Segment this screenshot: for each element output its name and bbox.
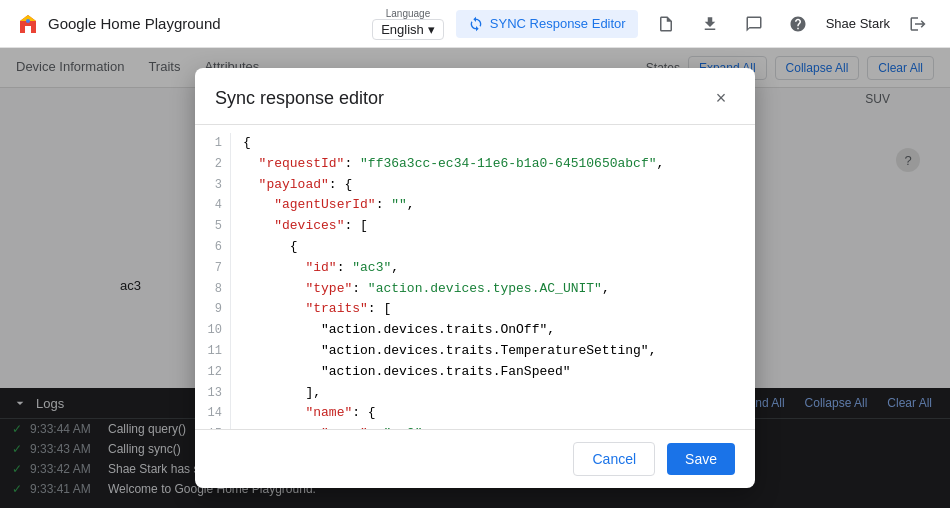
modal-footer: Cancel Save (195, 429, 755, 488)
modal-title: Sync response editor (215, 88, 384, 109)
svg-point-0 (26, 19, 30, 23)
language-dropdown[interactable]: English ▾ (372, 19, 444, 40)
sync-icon (468, 16, 484, 32)
google-home-icon (16, 12, 40, 36)
language-value: English (381, 22, 424, 37)
upload-icon[interactable] (650, 8, 682, 40)
code-line: "agentUserId": "", (243, 195, 743, 216)
cancel-button[interactable]: Cancel (573, 442, 655, 476)
code-line: "payload": { (243, 175, 743, 196)
code-line: "requestId": "ff36a3cc-ec34-11e6-b1a0-64… (243, 154, 743, 175)
sync-btn-label: SYNC Response Editor (490, 16, 626, 31)
help-icon[interactable] (782, 8, 814, 40)
code-line: "devices": [ (243, 216, 743, 237)
code-line: "id": "ac3", (243, 258, 743, 279)
code-line: "action.devices.traits.OnOff", (243, 320, 743, 341)
language-selector[interactable]: Language English ▾ (372, 8, 444, 40)
logout-icon[interactable] (902, 8, 934, 40)
app-title: Google Home Playground (48, 15, 221, 32)
line-numbers: 12345678910111213141516 (195, 133, 231, 429)
language-label: Language (386, 8, 431, 19)
code-line: { (243, 237, 743, 258)
navbar: Google Home Playground Language English … (0, 0, 950, 48)
code-editor[interactable]: 12345678910111213141516 { "requestId": "… (195, 125, 755, 429)
code-line: "type": "action.devices.types.AC_UNIT", (243, 279, 743, 300)
main-content: Device Information Traits Attributes Sta… (0, 48, 950, 508)
navbar-logo: Google Home Playground (16, 12, 221, 36)
user-name: Shae Stark (826, 16, 890, 31)
sync-response-editor-button[interactable]: SYNC Response Editor (456, 10, 638, 38)
code-line: "traits": [ (243, 299, 743, 320)
modal-body[interactable]: 12345678910111213141516 { "requestId": "… (195, 125, 755, 429)
modal-header: Sync response editor × (195, 68, 755, 125)
code-line: "action.devices.traits.FanSpeed" (243, 362, 743, 383)
code-line: { (243, 133, 743, 154)
code-line: "action.devices.traits.TemperatureSettin… (243, 341, 743, 362)
code-line: ], (243, 383, 743, 404)
download-icon[interactable] (694, 8, 726, 40)
feedback-icon[interactable] (738, 8, 770, 40)
chevron-down-icon: ▾ (428, 22, 435, 37)
sync-response-editor-modal: Sync response editor × 12345678910111213… (195, 68, 755, 488)
save-button[interactable]: Save (667, 443, 735, 475)
code-content[interactable]: { "requestId": "ff36a3cc-ec34-11e6-b1a0-… (231, 133, 755, 429)
code-line: "name": { (243, 403, 743, 424)
modal-close-button[interactable]: × (707, 84, 735, 112)
